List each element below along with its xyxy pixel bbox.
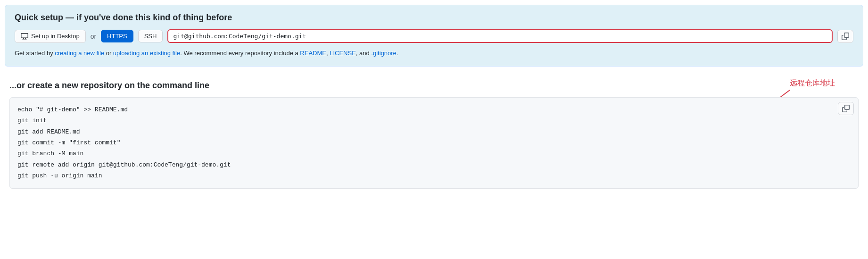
or-separator: or xyxy=(91,33,96,40)
copy-code-button[interactable] xyxy=(838,102,854,115)
setup-desktop-button[interactable]: Set up in Desktop xyxy=(15,30,86,43)
setup-controls: Set up in Desktop or HTTPS SSH xyxy=(15,29,853,43)
quick-setup-title: Quick setup — if you've done this kind o… xyxy=(15,13,853,23)
code-line: git remote add origin git@github.com:Cod… xyxy=(17,159,851,170)
upload-file-link[interactable]: uploading an existing file xyxy=(113,50,180,57)
command-line-section: ...or create a new repository on the com… xyxy=(0,71,868,193)
code-line: git push -u origin main xyxy=(17,170,851,181)
monitor-icon xyxy=(21,33,28,40)
ssh-button[interactable]: SSH xyxy=(138,30,163,42)
repo-url-input[interactable] xyxy=(167,29,833,43)
license-link[interactable]: LICENSE xyxy=(330,50,356,57)
annotation-container: 远程仓库地址 xyxy=(790,78,835,88)
create-new-file-link[interactable]: creating a new file xyxy=(55,50,104,57)
quick-setup-section: Quick setup — if you've done this kind o… xyxy=(5,5,863,67)
code-line: git add README.md xyxy=(17,126,851,137)
setup-desktop-label: Set up in Desktop xyxy=(31,33,80,40)
code-line: git commit -m "first commit" xyxy=(17,137,851,148)
readme-link[interactable]: README xyxy=(300,50,326,57)
code-block-wrapper: echo "# git-demo" >> README.mdgit initgi… xyxy=(9,97,859,189)
code-line: echo "# git-demo" >> README.md xyxy=(17,104,851,115)
copy-url-button[interactable] xyxy=(837,30,853,43)
annotation-text: 远程仓库地址 xyxy=(790,78,835,88)
https-button[interactable]: HTTPS xyxy=(101,30,133,42)
url-input-wrapper xyxy=(167,29,833,43)
get-started-text: Get started by creating a new file or up… xyxy=(15,49,853,58)
code-line: git init xyxy=(17,115,851,126)
copy-icon xyxy=(842,33,849,40)
code-block: echo "# git-demo" >> README.mdgit initgi… xyxy=(9,97,859,189)
gitignore-link[interactable]: .gitignore xyxy=(371,50,396,57)
code-line: git branch -M main xyxy=(17,148,851,159)
copy-code-icon xyxy=(842,105,850,112)
command-line-title: ...or create a new repository on the com… xyxy=(9,81,859,91)
